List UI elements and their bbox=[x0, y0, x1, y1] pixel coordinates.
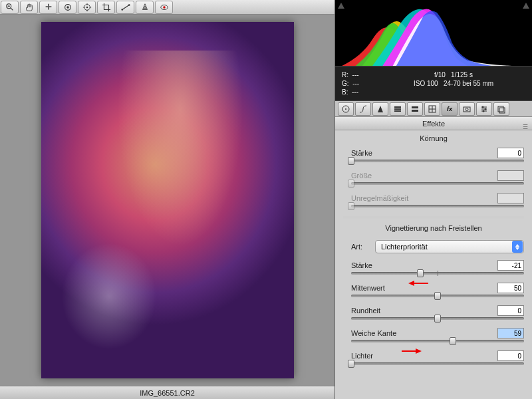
svg-point-33 bbox=[485, 108, 487, 110]
grain-strength-input[interactable] bbox=[497, 148, 524, 158]
tab-fx[interactable]: fx bbox=[442, 102, 458, 116]
svg-rect-19 bbox=[394, 106, 401, 108]
grain-size-input bbox=[497, 170, 524, 181]
redeye-tool[interactable] bbox=[155, 1, 173, 14]
svg-point-14 bbox=[128, 4, 130, 6]
svg-point-32 bbox=[482, 106, 484, 108]
shutter-value: 1/125 s bbox=[451, 71, 473, 78]
vignette-header: Vignettierung nach Freistellen bbox=[335, 220, 532, 236]
vignette-feather-input[interactable] bbox=[497, 328, 524, 338]
spot-removal-tool[interactable] bbox=[136, 1, 154, 14]
tab-presets[interactable] bbox=[476, 102, 492, 116]
svg-point-13 bbox=[121, 9, 123, 11]
tab-lens[interactable] bbox=[424, 102, 440, 116]
b-label: B: bbox=[342, 88, 348, 96]
vignette-roundness-slider[interactable] bbox=[351, 317, 524, 320]
image-canvas[interactable] bbox=[0, 15, 334, 386]
preview-image bbox=[41, 22, 294, 378]
vignette-midpoint-input[interactable] bbox=[497, 283, 524, 293]
grain-size-slider bbox=[351, 182, 524, 185]
vignette-strength-input[interactable] bbox=[497, 260, 524, 271]
g-value: --- bbox=[352, 80, 359, 87]
svg-point-16 bbox=[163, 6, 166, 9]
effects-panel-header: Effekte ☰ bbox=[335, 117, 532, 130]
vignette-highlights-input[interactable] bbox=[497, 350, 524, 361]
svg-rect-20 bbox=[394, 108, 401, 110]
vignette-style-select[interactable]: Lichterpriorität bbox=[375, 240, 524, 253]
svg-rect-23 bbox=[412, 110, 418, 112]
vignette-art-label: Art: bbox=[351, 243, 375, 251]
tab-curve[interactable] bbox=[355, 102, 371, 116]
grain-strength-slider[interactable] bbox=[351, 160, 524, 162]
hand-tool[interactable] bbox=[20, 1, 38, 14]
tab-split[interactable] bbox=[407, 102, 423, 116]
tab-snapshots[interactable] bbox=[493, 102, 509, 116]
vignette-roundness-input[interactable] bbox=[497, 305, 524, 316]
vignette-feather-label: Weiche Kante bbox=[351, 329, 396, 337]
grain-header: Körnung bbox=[335, 130, 532, 146]
g-label: G: bbox=[342, 80, 349, 87]
filename-bar: IMG_66551.CR2 bbox=[0, 386, 334, 399]
vignette-strength-slider[interactable] bbox=[351, 272, 524, 275]
vignette-highlights-slider[interactable] bbox=[351, 362, 524, 365]
svg-point-5 bbox=[66, 6, 69, 9]
lens-value: 24-70 bei 55 mm bbox=[444, 80, 493, 87]
svg-rect-36 bbox=[499, 108, 505, 113]
tab-basic[interactable] bbox=[338, 102, 354, 116]
r-label: R: bbox=[342, 71, 348, 78]
vignette-midpoint-label: Mittenwert bbox=[351, 284, 385, 292]
grain-rough-slider bbox=[351, 205, 524, 207]
targeted-adjust-tool[interactable] bbox=[78, 1, 96, 14]
white-balance-tool[interactable] bbox=[39, 1, 57, 14]
dropdown-arrows-icon bbox=[512, 241, 523, 253]
grain-rough-input bbox=[497, 193, 524, 203]
exif-readout: R: --- G: --- B: --- f/10 1/125 s ISO 10… bbox=[335, 66, 532, 101]
straighten-tool[interactable] bbox=[116, 1, 134, 14]
svg-line-12 bbox=[122, 5, 129, 10]
vignette-feather-slider[interactable] bbox=[351, 340, 524, 342]
grain-strength-label: Stärke bbox=[351, 149, 372, 157]
svg-point-28 bbox=[466, 108, 468, 111]
svg-rect-22 bbox=[412, 106, 418, 108]
iso-value: ISO 100 bbox=[414, 80, 438, 87]
vignette-highlights-label: Lichter bbox=[351, 352, 373, 360]
crop-tool[interactable] bbox=[97, 1, 115, 14]
r-value: --- bbox=[352, 71, 359, 78]
panel-tabs: fx bbox=[335, 101, 532, 117]
tab-camera[interactable] bbox=[459, 102, 475, 116]
main-toolbar bbox=[0, 0, 334, 15]
color-sampler-tool[interactable] bbox=[59, 1, 76, 14]
tab-hsl[interactable] bbox=[390, 102, 406, 116]
zoom-tool[interactable] bbox=[1, 1, 19, 14]
vignette-strength-label: Stärke bbox=[351, 261, 372, 269]
svg-rect-35 bbox=[498, 106, 503, 112]
tab-detail[interactable] bbox=[372, 102, 388, 116]
vignette-roundness-label: Rundheit bbox=[351, 307, 380, 315]
svg-point-34 bbox=[483, 110, 485, 112]
panel-menu-icon[interactable]: ☰ bbox=[523, 120, 528, 134]
svg-rect-21 bbox=[394, 110, 401, 112]
grain-size-label: Größe bbox=[351, 172, 372, 180]
svg-line-1 bbox=[10, 8, 13, 11]
histogram[interactable] bbox=[335, 0, 532, 66]
b-value: --- bbox=[352, 88, 358, 96]
grain-rough-label: Unregelmäßigkeit bbox=[351, 194, 408, 202]
aperture-value: f/10 bbox=[434, 71, 446, 78]
divider bbox=[343, 217, 524, 217]
vignette-midpoint-slider[interactable] bbox=[351, 295, 524, 297]
svg-point-7 bbox=[86, 7, 88, 9]
svg-point-18 bbox=[345, 108, 346, 110]
